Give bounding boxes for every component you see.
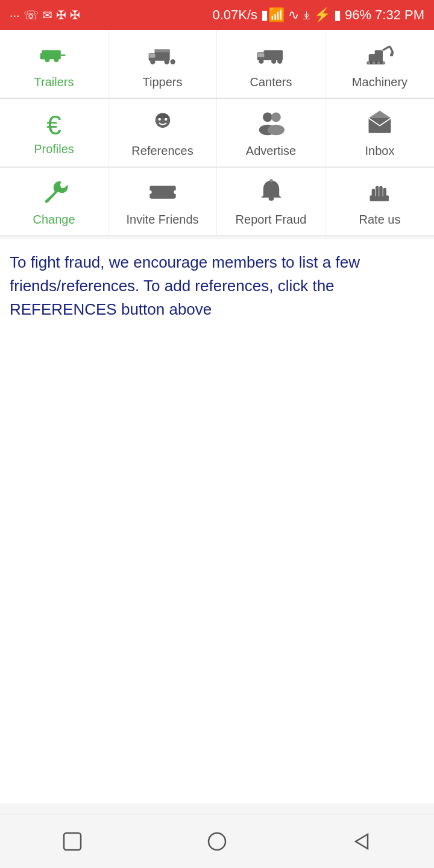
svg-rect-47 — [64, 833, 81, 850]
svg-point-38 — [268, 197, 274, 201]
svg-point-26 — [382, 61, 385, 64]
references-icon — [148, 110, 178, 140]
profiles-icon: € — [46, 112, 61, 139]
svg-point-39 — [269, 179, 272, 182]
nav-item-rate-us[interactable]: Rate us — [326, 168, 434, 236]
battery-icon: ▮ — [334, 7, 341, 23]
nav-item-advertise[interactable]: Advertise — [217, 99, 326, 167]
invite-friends-icon — [148, 178, 178, 209]
svg-rect-1 — [40, 53, 44, 59]
trailers-label: Trailers — [34, 75, 74, 89]
nav-item-references[interactable]: References — [108, 99, 217, 167]
status-left: ··· ☏ ✉ ✠ ✠ — [10, 8, 80, 22]
svg-marker-49 — [356, 834, 368, 849]
profiles-label: Profiles — [34, 142, 74, 156]
report-fraud-label: Report Fraud — [236, 213, 307, 227]
svg-rect-19 — [375, 50, 383, 56]
svg-point-3 — [54, 57, 58, 62]
time-display: 7:32 PM — [375, 7, 424, 23]
advertise-icon — [256, 110, 286, 140]
svg-point-9 — [164, 59, 169, 64]
svg-point-30 — [262, 112, 272, 122]
trailers-icon — [39, 41, 69, 72]
nav-item-invite-friends[interactable]: Invite Friends — [108, 168, 217, 236]
wifi-icon: ∿ — [288, 7, 299, 23]
phone-icon: ☏ — [24, 8, 39, 22]
svg-rect-13 — [263, 50, 283, 60]
change-icon — [39, 178, 69, 209]
nav-row-2: € Profiles References — [0, 99, 434, 168]
svg-point-28 — [158, 118, 160, 121]
tippers-label: Tippers — [143, 75, 183, 89]
nav-item-report-fraud[interactable]: Report Fraud — [217, 168, 326, 236]
svg-point-36 — [148, 190, 152, 195]
inbox-label: Inbox — [365, 144, 395, 158]
svg-point-29 — [165, 118, 167, 121]
svg-line-21 — [390, 46, 393, 52]
nav-item-change[interactable]: Change — [0, 168, 108, 236]
rate-us-label: Rate us — [359, 213, 401, 227]
back-triangle-button[interactable] — [344, 823, 380, 860]
lightning-icon: ⚡ — [314, 7, 330, 23]
change-label: Change — [33, 213, 75, 227]
svg-point-37 — [174, 190, 178, 195]
nav-item-trailers[interactable]: Trailers — [0, 30, 108, 98]
advertise-label: Advertise — [246, 144, 296, 158]
svg-line-20 — [383, 46, 390, 51]
svg-rect-11 — [149, 54, 155, 58]
home-button[interactable] — [199, 823, 235, 860]
tippers-icon — [148, 41, 178, 72]
svg-rect-46 — [386, 195, 389, 201]
svg-point-33 — [267, 125, 284, 136]
svg-point-23 — [367, 61, 370, 64]
content-area — [0, 333, 434, 804]
svg-point-8 — [150, 59, 155, 64]
svg-point-25 — [377, 61, 380, 64]
svg-point-2 — [45, 57, 49, 62]
svg-point-10 — [170, 59, 175, 64]
canters-label: Canters — [250, 75, 292, 89]
email-icon: ✉ — [42, 8, 52, 22]
nav-item-canters[interactable]: Canters — [217, 30, 326, 98]
fraud-message: To fight fraud, we encourage members to … — [10, 251, 424, 321]
status-right: 0.07K/s ▮📶 ∿ ⍎ ⚡ ▮ 96% 7:32 PM — [212, 7, 424, 23]
svg-point-24 — [373, 61, 376, 64]
extra-icon: ✠ — [70, 8, 80, 22]
svg-rect-44 — [372, 197, 386, 201]
back-square-button[interactable] — [54, 823, 90, 860]
svg-rect-45 — [370, 195, 373, 201]
svg-rect-17 — [257, 53, 264, 57]
svg-point-31 — [271, 112, 281, 122]
dots-icon: ··· — [10, 8, 20, 22]
svg-point-14 — [259, 59, 263, 64]
status-bar: ··· ☏ ✉ ✠ ✠ 0.07K/s ▮📶 ∿ ⍎ ⚡ ▮ 96% 7:32 … — [0, 0, 434, 30]
svg-point-48 — [209, 833, 225, 850]
network-speed: 0.07K/s — [212, 7, 257, 23]
nav-item-tippers[interactable]: Tippers — [108, 30, 217, 98]
references-label: References — [131, 144, 193, 158]
nav-item-machinery[interactable]: Machinery — [326, 30, 434, 98]
message-area: To fight fraud, we encourage members to … — [0, 239, 434, 333]
battery-percent: 96% — [345, 7, 371, 23]
svg-point-15 — [271, 59, 276, 64]
invite-friends-label: Invite Friends — [126, 213, 198, 227]
svg-marker-7 — [154, 49, 169, 52]
bottom-bar — [0, 814, 434, 868]
signal-bars: ⍎ — [303, 7, 310, 23]
report-fraud-icon — [256, 178, 286, 209]
usb-icon: ✠ — [56, 8, 66, 22]
inbox-icon — [365, 110, 395, 140]
canters-icon — [256, 41, 286, 72]
nav-item-inbox[interactable]: Inbox — [326, 99, 434, 167]
svg-rect-35 — [149, 186, 175, 199]
machinery-label: Machinery — [352, 75, 407, 89]
svg-point-16 — [277, 59, 282, 64]
nav-row-1: Trailers Tippers — [0, 30, 434, 99]
signal-icon: ▮📶 — [261, 7, 285, 23]
nav-row-3: Change Invite Friends Rep — [0, 168, 434, 236]
nav-item-profiles[interactable]: € Profiles — [0, 99, 108, 167]
machinery-icon — [365, 41, 395, 72]
rate-us-icon — [365, 178, 395, 209]
